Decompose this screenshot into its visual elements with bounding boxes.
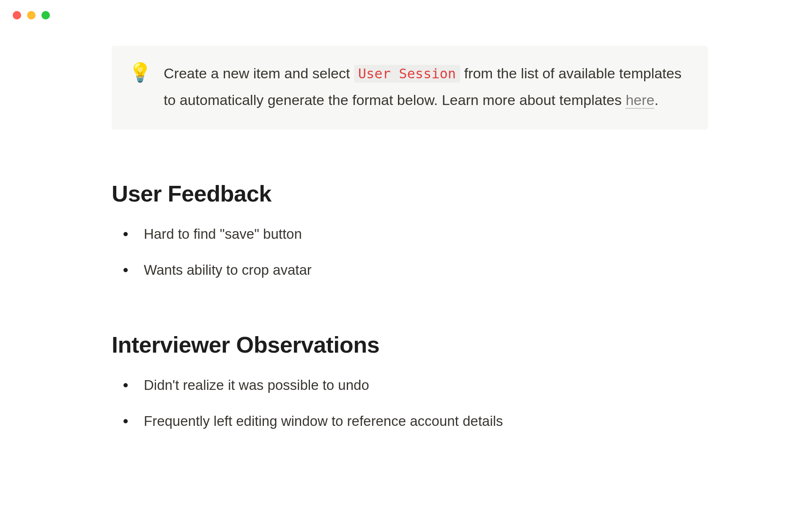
traffic-lights [13,11,50,19]
user-feedback-heading: User Feedback [112,180,708,207]
lightbulb-icon: 💡 [129,60,152,84]
templates-link[interactable]: here [625,92,654,109]
close-icon[interactable] [13,11,21,19]
window: 💡 Create a new item and select User Sess… [0,0,812,508]
user-feedback-list: Hard to find "save" button Wants ability… [112,224,708,281]
list-item: Hard to find "save" button [112,224,708,245]
callout-code-chip: User Session [354,65,460,83]
list-item: Didn't realize it was possible to undo [112,375,708,396]
interviewer-observations-list: Didn't realize it was possible to undo F… [112,375,708,432]
minimize-icon[interactable] [27,11,36,19]
callout-text-before: Create a new item and select [164,65,354,81]
list-item: Wants ability to crop avatar [112,260,708,281]
interviewer-observations-heading: Interviewer Observations [112,331,708,358]
callout: 💡 Create a new item and select User Sess… [112,46,708,130]
list-item: Frequently left editing window to refere… [112,411,708,432]
callout-text: Create a new item and select User Sessio… [164,60,691,113]
page-content: 💡 Create a new item and select User Sess… [112,46,708,447]
callout-text-end: . [654,92,658,108]
maximize-icon[interactable] [41,11,50,19]
